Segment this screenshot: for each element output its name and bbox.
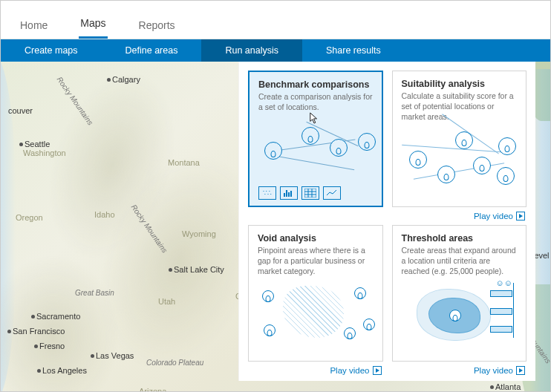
line-chart-icon (323, 186, 341, 200)
state-label: Idaho (94, 210, 115, 219)
card-description: Pinpoint areas where there is a gap for … (258, 245, 374, 277)
location-pin-icon (262, 290, 274, 302)
location-pin-icon (437, 166, 455, 183)
city-label: Seattle (25, 140, 50, 148)
city-dot-icon (169, 268, 172, 272)
play-icon (516, 366, 525, 375)
card-description: Create a comparison analysis for a set o… (258, 91, 373, 112)
terrain-label: Great Basin (75, 289, 114, 297)
play-video-label: Play video (474, 366, 513, 375)
card-illustration (258, 281, 374, 355)
city-label: Sacramento (36, 312, 80, 321)
location-pin-icon (449, 310, 461, 321)
terrain-label: Colorado Plateau (146, 359, 203, 367)
city-dot-icon (490, 385, 494, 389)
play-video-label: Play video (474, 212, 513, 220)
location-pin-icon (264, 324, 276, 336)
state-label: Arizona (139, 387, 166, 391)
play-video-link[interactable]: Play video (392, 366, 527, 375)
city-dot-icon (107, 78, 111, 82)
slider-value-bar (490, 326, 512, 333)
svg-rect-1 (286, 190, 287, 197)
card-description: Calculate a suitability score for a set … (402, 91, 518, 122)
cursor-icon (309, 112, 319, 124)
card-title: Benchmark comparisons (258, 79, 373, 90)
analysis-cards-panel: Benchmark comparisons Create a compariso… (238, 62, 535, 381)
location-pin-icon (264, 142, 282, 160)
card-illustration: ☺☺ (402, 281, 518, 355)
card-suitability-analysis[interactable]: Suitability analysis Calculate a suitabi… (392, 71, 527, 207)
city-label: couver (8, 106, 33, 115)
location-pin-icon (455, 131, 473, 149)
location-pin-icon (330, 139, 348, 157)
tab-home[interactable]: Home (19, 9, 49, 39)
city-label: Atlanta (495, 382, 521, 391)
void-area-shape (283, 286, 344, 338)
scatter-chart-icon: ∵∴ (258, 186, 276, 200)
card-title: Void analysis (258, 233, 374, 244)
city-label: San Francisco (13, 327, 65, 336)
city-dot-icon (7, 330, 11, 333)
card-benchmark-comparisons[interactable]: Benchmark comparisons Create a compariso… (248, 71, 383, 207)
state-label: Wyoming (182, 229, 216, 238)
play-video-link[interactable]: Play video (248, 366, 383, 375)
city-dot-icon (37, 369, 41, 373)
city-dot-icon (34, 344, 38, 348)
city-label: Las Vegas (96, 351, 134, 360)
city-dot-icon (91, 354, 94, 358)
play-icon (373, 366, 382, 375)
card-void-analysis[interactable]: Void analysis Pinpoint areas where there… (248, 225, 383, 362)
svg-rect-4 (304, 189, 316, 197)
subtab-share-results[interactable]: Share results (302, 39, 405, 62)
state-label: Utah (158, 297, 175, 306)
subtab-run-analysis[interactable]: Run analysis (201, 39, 302, 62)
slider-value-bar (490, 308, 512, 315)
location-pin-icon (344, 327, 356, 339)
top-nav: Home Maps Reports (1, 1, 550, 39)
tab-maps[interactable]: Maps (79, 7, 107, 39)
state-label: Oregon (16, 213, 43, 222)
slider-track (513, 283, 514, 338)
state-label: Montana (168, 158, 200, 167)
tab-reports[interactable]: Reports (137, 9, 177, 39)
play-video-label: Play video (330, 366, 369, 375)
location-pin-icon (363, 318, 375, 330)
location-pin-icon (358, 133, 376, 151)
location-pin-icon (409, 151, 427, 169)
card-description: Create areas that expand around a locati… (402, 245, 518, 277)
svg-rect-2 (288, 192, 290, 197)
location-pin-icon (498, 137, 516, 155)
card-title: Suitability analysis (402, 79, 518, 89)
city-label: Calgary (112, 75, 140, 84)
city-label: Fresno (39, 342, 65, 350)
location-pin-icon (473, 157, 491, 174)
card-title: Threshold areas (402, 233, 518, 244)
play-video-link[interactable]: Play video (392, 212, 527, 220)
subtab-create-maps[interactable]: Create maps (1, 39, 102, 62)
city-dot-icon (19, 143, 23, 146)
location-pin-icon (354, 287, 366, 299)
city-dot-icon (31, 315, 35, 318)
card-illustration (402, 127, 518, 200)
location-pin-icon (301, 127, 319, 145)
sub-nav: Create maps Define areas Run analysis Sh… (1, 39, 550, 62)
bar-chart-icon (280, 186, 298, 200)
svg-rect-3 (290, 191, 292, 197)
location-pin-icon (497, 167, 515, 185)
card-threshold-areas[interactable]: Threshold areas Create areas that expand… (392, 225, 527, 362)
slider-value-bar (490, 290, 512, 297)
table-icon (301, 186, 319, 200)
play-icon (516, 212, 525, 220)
svg-rect-0 (284, 193, 285, 197)
people-icon: ☺☺ (496, 278, 512, 287)
city-label: Salt Lake City (174, 265, 224, 274)
card-illustration: ∵∴ (258, 117, 373, 200)
city-label: Los Angeles (42, 366, 87, 375)
state-label: Washington (23, 148, 66, 157)
subtab-define-areas[interactable]: Define areas (102, 39, 202, 62)
